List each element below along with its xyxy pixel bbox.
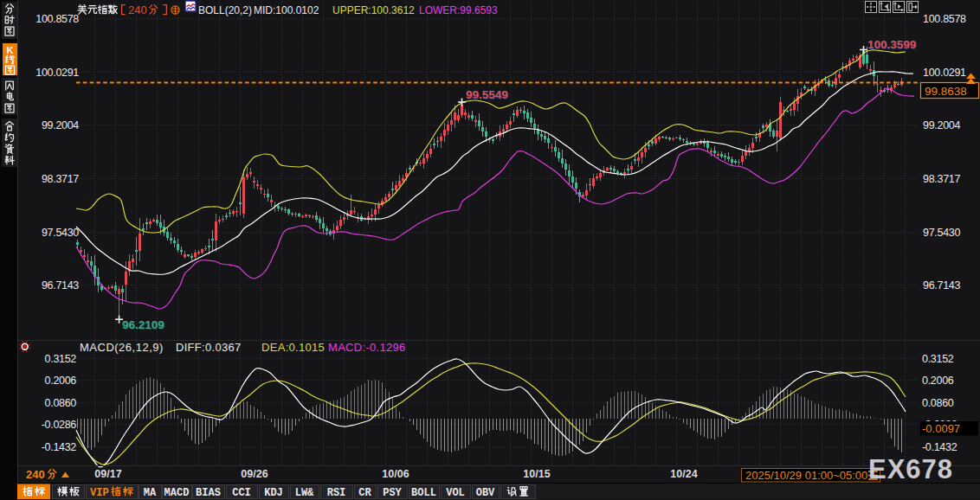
svg-text:-0.1432: -0.1432 bbox=[922, 441, 957, 453]
svg-text:-0.0286: -0.0286 bbox=[42, 419, 77, 431]
svg-text:99.2004: 99.2004 bbox=[42, 119, 79, 131]
svg-text:VOL: VOL bbox=[446, 487, 465, 499]
svg-text:97.5430: 97.5430 bbox=[42, 227, 79, 239]
svg-text:100.3599: 100.3599 bbox=[867, 38, 916, 51]
svg-text:2025/10/29 01:00~05:00: 2025/10/29 01:00~05:00 bbox=[745, 469, 867, 482]
svg-text:BOLL: BOLL bbox=[411, 487, 436, 499]
svg-text:10/06: 10/06 bbox=[382, 468, 409, 480]
svg-text:MA: MA bbox=[144, 487, 157, 499]
svg-text:LOWER:99.6593: LOWER:99.6593 bbox=[419, 4, 498, 16]
svg-text:09/17: 09/17 bbox=[94, 468, 121, 480]
svg-text:99.5549: 99.5549 bbox=[466, 88, 508, 101]
svg-text:0.2006: 0.2006 bbox=[45, 375, 77, 387]
svg-text:0.3152: 0.3152 bbox=[922, 353, 954, 365]
svg-text:VIP: VIP bbox=[90, 487, 109, 499]
svg-text:BOLL(20,2): BOLL(20,2) bbox=[198, 4, 252, 16]
svg-text:MACD(26,12,9): MACD(26,12,9) bbox=[80, 341, 164, 354]
svg-text:09/26: 09/26 bbox=[241, 468, 268, 480]
svg-text:240: 240 bbox=[128, 3, 147, 16]
svg-text:240: 240 bbox=[26, 468, 45, 481]
svg-text:99.2004: 99.2004 bbox=[923, 119, 960, 131]
svg-text:0.0860: 0.0860 bbox=[922, 397, 954, 409]
svg-text:99.8638: 99.8638 bbox=[925, 85, 967, 98]
svg-text:97.5430: 97.5430 bbox=[923, 227, 960, 239]
svg-text:96.7143: 96.7143 bbox=[923, 279, 960, 292]
svg-text:DIFF:0.0367: DIFF:0.0367 bbox=[176, 341, 242, 354]
svg-text:0.3152: 0.3152 bbox=[45, 353, 77, 365]
svg-text:CR: CR bbox=[358, 487, 371, 499]
svg-text:100.8578: 100.8578 bbox=[35, 13, 79, 25]
svg-text:-0.1432: -0.1432 bbox=[42, 441, 77, 453]
svg-text:98.3717: 98.3717 bbox=[923, 173, 960, 185]
svg-text:-0.0097: -0.0097 bbox=[922, 422, 960, 435]
svg-text:EX678: EX678 bbox=[868, 454, 953, 484]
svg-text:0.2006: 0.2006 bbox=[922, 375, 954, 387]
svg-text:KDJ: KDJ bbox=[264, 487, 283, 499]
svg-text:PSY: PSY bbox=[383, 487, 402, 499]
svg-text:100.0291: 100.0291 bbox=[35, 67, 79, 79]
svg-text:98.3717: 98.3717 bbox=[42, 173, 79, 185]
svg-text:96.2109: 96.2109 bbox=[122, 318, 164, 331]
svg-text:MACD:-0.1296: MACD:-0.1296 bbox=[328, 341, 406, 354]
svg-text:10/15: 10/15 bbox=[523, 468, 550, 480]
svg-text:K: K bbox=[7, 45, 14, 55]
svg-text:10/24: 10/24 bbox=[670, 468, 697, 480]
svg-text:RSI: RSI bbox=[327, 487, 346, 499]
svg-text:BIAS: BIAS bbox=[196, 487, 221, 499]
svg-text:0.0860: 0.0860 bbox=[45, 397, 77, 409]
svg-text:MACD: MACD bbox=[164, 487, 190, 499]
svg-text:UPPER:100.3612: UPPER:100.3612 bbox=[332, 4, 415, 16]
svg-text:DEA:0.1015: DEA:0.1015 bbox=[261, 341, 325, 354]
svg-text:CCI: CCI bbox=[232, 487, 251, 499]
svg-text:96.7143: 96.7143 bbox=[42, 279, 79, 292]
svg-text:LW&: LW& bbox=[295, 487, 314, 499]
svg-text:100.8578: 100.8578 bbox=[923, 13, 966, 25]
svg-text:MID:100.0102: MID:100.0102 bbox=[254, 4, 319, 16]
svg-text:OBV: OBV bbox=[476, 487, 495, 499]
svg-text:100.0291: 100.0291 bbox=[923, 67, 966, 79]
